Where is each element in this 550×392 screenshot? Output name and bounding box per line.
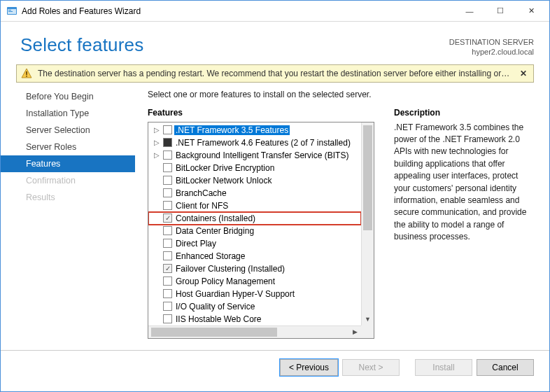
- feature-checkbox[interactable]: [163, 226, 172, 235]
- destination-label: DESTINATION SERVER: [449, 37, 534, 47]
- feature-row[interactable]: Client for NFS: [148, 200, 361, 212]
- feature-checkbox[interactable]: [163, 163, 172, 172]
- feature-row[interactable]: ▷.NET Framework 4.6 Features (2 of 7 ins…: [148, 136, 361, 149]
- wizard-footer: < Previous Next > Install Cancel: [1, 350, 549, 376]
- expand-icon[interactable]: ▷: [153, 139, 161, 146]
- feature-label: Data Center Bridging: [174, 226, 255, 236]
- feature-label: Containers (Installed): [174, 214, 257, 223]
- nav-before-you-begin[interactable]: Before You Begin: [1, 88, 135, 105]
- svg-rect-2: [8, 10, 11, 10]
- nav-server-selection[interactable]: Server Selection: [1, 122, 135, 139]
- feature-label: BranchCache: [174, 188, 228, 198]
- features-label: Features: [148, 108, 374, 118]
- instruction-text: Select one or more features to install o…: [148, 90, 534, 99]
- description-text: .NET Framework 3.5 combines the power of…: [394, 122, 534, 244]
- scroll-down-icon[interactable]: ▼: [362, 313, 374, 326]
- vertical-scrollbar[interactable]: ▲ ▼: [361, 122, 374, 326]
- feature-label: BitLocker Drive Encryption: [174, 163, 276, 173]
- feature-row[interactable]: Group Policy Management: [148, 275, 361, 288]
- feature-row[interactable]: Data Center Bridging: [148, 225, 361, 237]
- feature-row[interactable]: ▷.NET Framework 3.5 Features: [148, 124, 361, 136]
- horizontal-scrollbar[interactable]: ◀ ▶: [148, 326, 361, 338]
- nav-installation-type[interactable]: Installation Type: [1, 105, 135, 122]
- feature-row[interactable]: BitLocker Network Unlock: [148, 174, 361, 187]
- feature-label: Group Policy Management: [174, 276, 276, 286]
- svg-rect-6: [26, 76, 27, 77]
- feature-label: IIS Hostable Web Core: [174, 314, 263, 324]
- warning-close-button[interactable]: ✕: [518, 69, 529, 78]
- feature-checkbox[interactable]: [163, 276, 172, 286]
- scroll-thumb-vertical[interactable]: [363, 125, 372, 230]
- nav-confirmation: Confirmation: [1, 172, 135, 189]
- feature-label: BitLocker Network Unlock: [174, 176, 273, 186]
- feature-label: Client for NFS: [174, 201, 230, 211]
- cancel-button[interactable]: Cancel: [477, 359, 534, 376]
- feature-checkbox[interactable]: [163, 150, 172, 160]
- feature-row[interactable]: IIS Hostable Web Core: [148, 313, 361, 326]
- feature-row[interactable]: Failover Clustering (Installed): [148, 262, 361, 275]
- previous-button[interactable]: < Previous: [280, 359, 338, 376]
- expand-icon[interactable]: ▷: [153, 126, 161, 134]
- expand-icon[interactable]: ▷: [153, 151, 161, 159]
- feature-label: I/O Quality of Service: [174, 302, 256, 312]
- feature-checkbox[interactable]: [163, 125, 172, 134]
- feature-checkbox[interactable]: [163, 264, 172, 273]
- feature-label: Direct Play: [174, 239, 218, 248]
- feature-row[interactable]: I/O Quality of Service: [148, 300, 361, 313]
- warning-banner: The destination server has a pending res…: [16, 64, 534, 83]
- window-title: Add Roles and Features Wizard: [22, 6, 141, 16]
- feature-row[interactable]: Containers (Installed): [148, 212, 361, 225]
- close-button[interactable]: ✕: [516, 1, 547, 21]
- feature-label: Enhanced Storage: [174, 251, 246, 261]
- destination-info: DESTINATION SERVER hyper2.cloud.local: [449, 34, 534, 57]
- next-button: Next >: [342, 359, 400, 376]
- feature-checkbox[interactable]: [163, 239, 172, 248]
- nav-server-roles[interactable]: Server Roles: [1, 139, 135, 155]
- feature-row[interactable]: Host Guardian Hyper-V Support: [148, 288, 361, 300]
- title-bar: Add Roles and Features Wizard — ☐ ✕: [1, 1, 549, 22]
- feature-checkbox[interactable]: [163, 188, 172, 197]
- page-title: Select features: [20, 34, 143, 56]
- feature-checkbox[interactable]: [163, 251, 172, 260]
- feature-checkbox[interactable]: [163, 176, 172, 185]
- scroll-thumb-horizontal[interactable]: [151, 328, 277, 337]
- install-button: Install: [415, 359, 472, 376]
- scroll-right-icon[interactable]: ▶: [348, 326, 361, 338]
- nav-results: Results: [1, 189, 135, 206]
- feature-row[interactable]: Enhanced Storage: [148, 250, 361, 262]
- feature-label: .NET Framework 4.6 Features (2 of 7 inst…: [174, 138, 352, 148]
- maximize-button[interactable]: ☐: [485, 1, 516, 21]
- feature-label: Host Guardian Hyper-V Support: [174, 289, 296, 299]
- feature-checkbox[interactable]: [163, 138, 172, 147]
- warning-text: The destination server has a pending res…: [38, 69, 512, 78]
- wizard-nav: Before You Begin Installation Type Serve…: [1, 85, 135, 350]
- svg-rect-5: [26, 71, 27, 75]
- feature-checkbox[interactable]: [163, 201, 172, 210]
- nav-features[interactable]: Features: [1, 155, 135, 172]
- wizard-icon: [6, 6, 17, 17]
- feature-row[interactable]: BitLocker Drive Encryption: [148, 162, 361, 174]
- features-tree[interactable]: ▷.NET Framework 3.5 Features▷.NET Framew…: [148, 122, 374, 339]
- scroll-corner: [361, 326, 374, 338]
- feature-checkbox[interactable]: [163, 214, 172, 223]
- feature-row[interactable]: Direct Play: [148, 237, 361, 250]
- header: Select features DESTINATION SERVER hyper…: [1, 22, 549, 63]
- feature-label: .NET Framework 3.5 Features: [174, 125, 290, 135]
- description-label: Description: [394, 108, 534, 118]
- feature-row[interactable]: BranchCache: [148, 187, 361, 200]
- feature-checkbox[interactable]: [163, 314, 172, 323]
- feature-checkbox[interactable]: [163, 289, 172, 298]
- warning-icon: [21, 68, 32, 79]
- minimize-button[interactable]: —: [454, 1, 485, 21]
- feature-checkbox[interactable]: [163, 302, 172, 311]
- feature-row[interactable]: ▷Background Intelligent Transfer Service…: [148, 149, 361, 162]
- feature-label: Background Intelligent Transfer Service …: [174, 150, 350, 160]
- feature-label: Failover Clustering (Installed): [174, 264, 286, 274]
- svg-rect-3: [8, 11, 13, 12]
- destination-name: hyper2.cloud.local: [449, 47, 534, 57]
